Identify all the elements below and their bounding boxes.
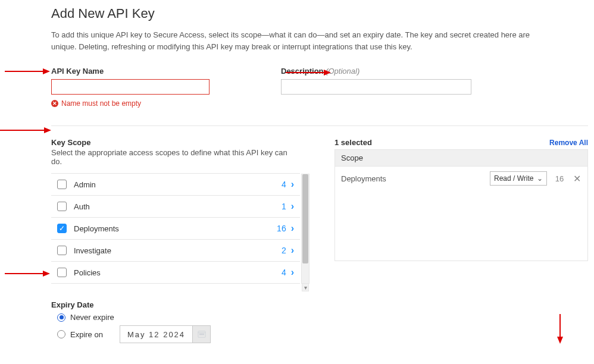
checkbox[interactable] <box>57 268 67 277</box>
description-label-text: Description <box>281 67 324 76</box>
selected-scopes-table: Scope Deployments Read / Write ⌄ 16 ✕ <box>334 149 588 261</box>
expiry-heading: Expiry Date <box>51 300 300 309</box>
scope-row-admin[interactable]: Admin 4 › <box>51 174 300 196</box>
scope-label: Investigate <box>74 246 282 255</box>
scope-row-auth[interactable]: Auth 1 › <box>51 196 300 218</box>
scope-count: 4 <box>282 268 286 277</box>
chevron-right-icon: › <box>291 179 294 190</box>
selected-scope-name: Deployments <box>341 174 484 183</box>
checkbox[interactable] <box>57 224 67 233</box>
annotation-arrow <box>5 271 50 277</box>
api-key-name-input[interactable] <box>51 79 210 95</box>
checkbox[interactable] <box>57 180 67 189</box>
scope-label: Deployments <box>74 224 277 233</box>
scrollbar-arrow-down[interactable]: ▾ <box>302 283 309 291</box>
scope-label: Admin <box>74 180 282 189</box>
checkbox[interactable] <box>57 202 67 211</box>
permission-select[interactable]: Read / Write ⌄ <box>490 171 547 186</box>
scrollbar[interactable]: ▾ <box>301 174 309 284</box>
svg-rect-2 <box>199 334 201 335</box>
page-title: Add New API Key <box>51 6 588 21</box>
calendar-icon[interactable] <box>192 326 210 343</box>
expiry-never-option[interactable]: Never expire <box>57 313 300 322</box>
key-scope-sub: Select the appropriate access scopes to … <box>51 148 300 166</box>
expiry-on-label: Expire on <box>70 330 103 339</box>
scope-row-investigate[interactable]: Investigate 2 › <box>51 240 300 262</box>
radio[interactable] <box>57 313 65 322</box>
radio[interactable] <box>57 330 65 338</box>
api-key-name-label: API Key Name <box>51 67 210 76</box>
annotation-arrow <box>5 68 50 74</box>
checkbox[interactable] <box>57 246 67 255</box>
name-error-text: Name must not be empty <box>61 99 141 108</box>
intro-text: To add this unique API key to Secure Acc… <box>51 29 539 52</box>
selected-table-header: Scope <box>335 150 587 167</box>
selected-scope-count: 16 <box>553 174 566 183</box>
expiry-on-option[interactable]: Expire on May 12 2024 <box>57 325 300 343</box>
selected-row-deployments: Deployments Read / Write ⌄ 16 ✕ <box>335 167 587 190</box>
scope-list: ▾ Admin 4 › Auth 1 › Deployments <box>51 173 300 284</box>
scope-label: Policies <box>74 268 282 277</box>
divider <box>51 125 588 126</box>
chevron-right-icon: › <box>291 223 294 234</box>
description-input[interactable] <box>281 79 471 95</box>
name-error-message: ✕ Name must not be empty <box>51 99 210 108</box>
expiry-date-text: May 12 2024 <box>120 330 192 339</box>
optional-hint: (Optional) <box>326 67 359 76</box>
annotation-arrow <box>0 127 51 133</box>
chevron-right-icon: › <box>291 267 294 278</box>
scope-row-policies[interactable]: Policies 4 › <box>51 262 300 284</box>
chevron-right-icon: › <box>291 201 294 212</box>
expiry-date-input[interactable]: May 12 2024 <box>120 325 211 343</box>
remove-all-link[interactable]: Remove All <box>549 139 588 147</box>
scope-label: Auth <box>74 202 282 211</box>
key-scope-heading: Key Scope <box>51 138 300 147</box>
permission-value: Read / Write <box>494 174 533 183</box>
svg-rect-4 <box>202 334 204 335</box>
scope-row-deployments[interactable]: Deployments 16 › <box>51 218 300 240</box>
col-scope: Scope <box>341 153 363 162</box>
scope-count: 16 <box>277 224 286 233</box>
scope-count: 1 <box>282 202 286 211</box>
svg-rect-3 <box>201 334 202 335</box>
error-icon: ✕ <box>51 100 58 107</box>
scope-count: 2 <box>282 246 286 255</box>
description-label: Description (Optional) <box>281 67 471 76</box>
chevron-right-icon: › <box>291 245 294 256</box>
remove-row-icon[interactable]: ✕ <box>572 173 582 184</box>
selected-count: 1 selected <box>334 138 372 147</box>
scrollbar-thumb[interactable] <box>302 174 308 263</box>
scope-count: 4 <box>282 180 286 189</box>
expiry-never-label: Never expire <box>70 313 114 322</box>
chevron-down-icon: ⌄ <box>537 174 543 183</box>
